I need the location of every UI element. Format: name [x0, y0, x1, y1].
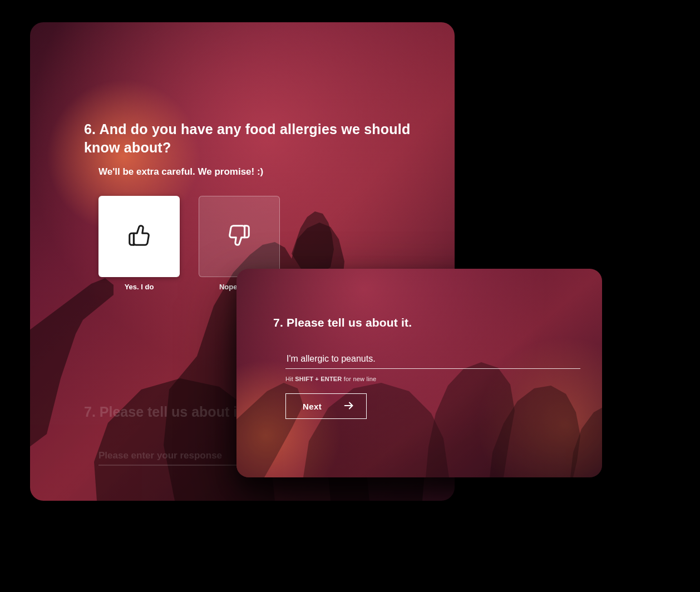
input-hint: Hit SHIFT + ENTER for new line	[285, 376, 580, 382]
option-yes-label: Yes. I do	[125, 283, 154, 291]
thumbs-up-icon	[126, 223, 152, 250]
question-6: 6. And do you have any food allergies we…	[84, 120, 432, 177]
hint-keys: SHIFT + ENTER	[295, 376, 342, 382]
question-7-number: 7.	[273, 316, 283, 329]
question-6-text: And do you have any food allergies we sh…	[84, 121, 410, 155]
option-yes-box[interactable]	[98, 196, 180, 277]
thumbs-down-icon	[226, 223, 252, 250]
hint-prefix: Hit	[285, 376, 295, 382]
question-6-subtitle: We'll be extra careful. We promise! :)	[98, 166, 432, 177]
arrow-right-icon	[343, 399, 355, 413]
question-7-text: Please tell us about it.	[287, 316, 412, 329]
option-no-box[interactable]	[199, 196, 280, 277]
option-yes[interactable]: Yes. I do	[98, 196, 180, 291]
hint-suffix: for new line	[342, 376, 377, 382]
question-6-title: 6. And do you have any food allergies we…	[84, 120, 432, 156]
next-button[interactable]: Next	[285, 393, 367, 419]
question-7-title: 7. Please tell us about it.	[273, 316, 580, 329]
question-7: 7. Please tell us about it. Hit SHIFT + …	[273, 316, 580, 419]
survey-card-front: 7. Please tell us about it. Hit SHIFT + …	[236, 269, 602, 477]
question-6-number: 6.	[84, 121, 96, 137]
response-input[interactable]	[285, 352, 580, 369]
next-button-label: Next	[303, 402, 322, 411]
